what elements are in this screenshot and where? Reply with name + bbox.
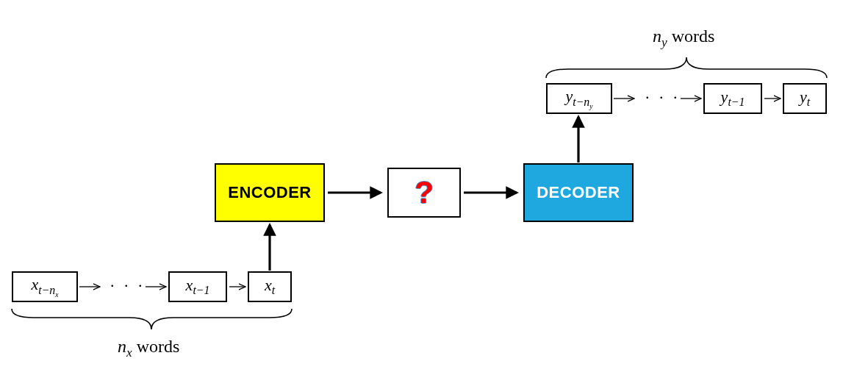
arrow-encoder-to-middle <box>326 185 385 200</box>
question-mark-icon: ? <box>415 175 434 210</box>
arrow-input-to-encoder <box>262 222 277 272</box>
arrow-output-3 <box>763 93 783 104</box>
output-brace-label: ny words <box>653 26 714 50</box>
output-token-last-label: yt <box>800 87 810 109</box>
input-brace-label: nx words <box>118 337 179 360</box>
brace-input <box>12 307 292 332</box>
decoder-box: DECODER <box>523 163 634 222</box>
arrow-input-2 <box>144 281 169 293</box>
arrow-middle-to-decoder <box>462 185 521 200</box>
output-token-first-label: yt−ny <box>566 87 593 110</box>
input-token-mid: xt−1 <box>168 271 227 302</box>
output-token-last: yt <box>783 83 827 114</box>
brace-output <box>546 54 827 79</box>
output-token-mid: yt−1 <box>703 83 762 114</box>
output-token-mid-label: yt−1 <box>721 87 745 109</box>
arrow-input-3 <box>228 281 248 293</box>
arrow-output-2 <box>679 93 704 104</box>
arrow-input-1 <box>78 281 103 293</box>
input-token-first: xt−nx <box>12 271 78 302</box>
input-token-last: xt <box>248 271 292 302</box>
output-ellipsis: · · · <box>645 88 681 107</box>
input-ellipsis: · · · <box>110 276 146 296</box>
input-token-last-label: xt <box>265 276 275 297</box>
input-token-mid-label: xt−1 <box>186 276 210 297</box>
encoder-label: ENCODER <box>228 183 312 202</box>
middle-box: ? <box>387 168 461 218</box>
output-token-first: yt−ny <box>546 83 612 114</box>
arrow-decoder-to-output <box>571 114 586 164</box>
input-token-first-label: xt−nx <box>32 275 59 299</box>
arrow-output-1 <box>612 93 637 104</box>
decoder-label: DECODER <box>537 183 620 202</box>
encoder-box: ENCODER <box>215 163 325 222</box>
